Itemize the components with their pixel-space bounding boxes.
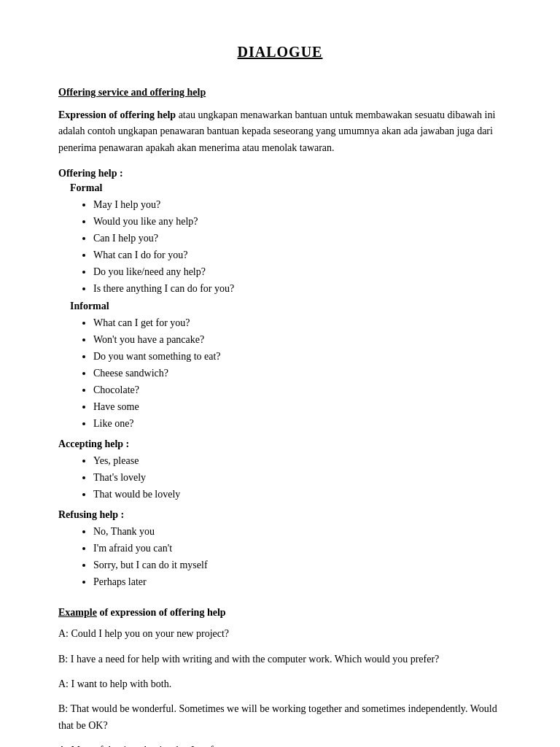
dialogue-speaker-2: B:	[58, 654, 68, 665]
example-title: Example of expression of offering help	[58, 607, 502, 619]
list-item: Do you like/need any help?	[93, 264, 502, 279]
refusing-help-section: Refusing help : No, Thank you I'm afraid…	[58, 509, 502, 589]
dialogue-speaker-1: A:	[58, 628, 69, 639]
page: DIALOGUE Offering service and offering h…	[0, 0, 560, 747]
formal-label: Formal	[70, 182, 502, 194]
accepting-help-label: Accepting help :	[58, 438, 502, 450]
list-item: Is there anything I can do for you?	[93, 281, 502, 296]
list-item: Perhaps later	[93, 574, 502, 589]
informal-list: What can I get for you? Won't you have a…	[93, 315, 502, 431]
list-item: Cheese sandwich?	[93, 365, 502, 381]
list-item: That would be lovely	[93, 487, 502, 502]
list-item: Like one?	[93, 416, 502, 431]
list-item: Can I help you?	[93, 231, 502, 246]
list-item: That's lovely	[93, 470, 502, 485]
example-section: Example of expression of offering help A…	[58, 607, 502, 747]
dialogue-line-1: A: Could I help you on your new project?	[58, 626, 502, 642]
list-item: Sorry, but I can do it myself	[93, 557, 502, 573]
page-title: DIALOGUE	[58, 44, 502, 61]
list-item: Do you want something to eat?	[93, 349, 502, 364]
accepting-help-section: Accepting help : Yes, please That's love…	[58, 438, 502, 502]
list-item: What can I get for you?	[93, 315, 502, 330]
dialogue-text-1: Could I help you on your new project?	[71, 628, 230, 639]
intro-paragraph: Expression of offering help atau ungkapa…	[58, 107, 502, 156]
list-item: Chocolate?	[93, 382, 502, 398]
accepting-list: Yes, please That's lovely That would be …	[93, 453, 502, 502]
informal-label: Informal	[70, 301, 502, 312]
list-item: I'm afraid you can't	[93, 541, 502, 556]
dialogue-line-2: B: I have a need for help with writing a…	[58, 651, 502, 667]
offering-help-label: Offering help :	[58, 168, 502, 179]
refusing-list: No, Thank you I'm afraid you can't Sorry…	[93, 524, 502, 589]
section-heading: Offering service and offering help	[58, 87, 502, 98]
list-item: Yes, please	[93, 453, 502, 468]
list-item: May I help you?	[93, 197, 502, 212]
refusing-help-label: Refusing help :	[58, 509, 502, 521]
dialogue-line-5: A: Most of the time that is what I prefe…	[58, 743, 502, 747]
dialogue-speaker-4: B:	[58, 703, 68, 714]
dialogue-speaker-3: A:	[58, 678, 69, 689]
offering-help-section: Offering help : Formal May I help you? W…	[58, 168, 502, 431]
list-item: What can I do for you?	[93, 247, 502, 263]
list-item: Would you like any help?	[93, 214, 502, 229]
dialogue-text-2: I have a need for help with writing and …	[71, 654, 440, 665]
example-title-rest: of expression of offering help	[97, 607, 226, 618]
dialogue-line-3: A: I want to help with both.	[58, 676, 502, 692]
dialogue-text-3: I want to help with both.	[71, 678, 172, 689]
intro-bold-label: Expression of offering help	[58, 109, 176, 120]
dialogue-line-4: B: That would be wonderful. Sometimes we…	[58, 701, 502, 734]
formal-list: May I help you? Would you like any help?…	[93, 197, 502, 296]
list-item: Won't you have a pancake?	[93, 332, 502, 347]
list-item: No, Thank you	[93, 524, 502, 539]
example-title-underline: Example	[58, 607, 97, 618]
dialogue-text-4: That would be wonderful. Sometimes we wi…	[58, 703, 497, 730]
list-item: Have some	[93, 399, 502, 414]
